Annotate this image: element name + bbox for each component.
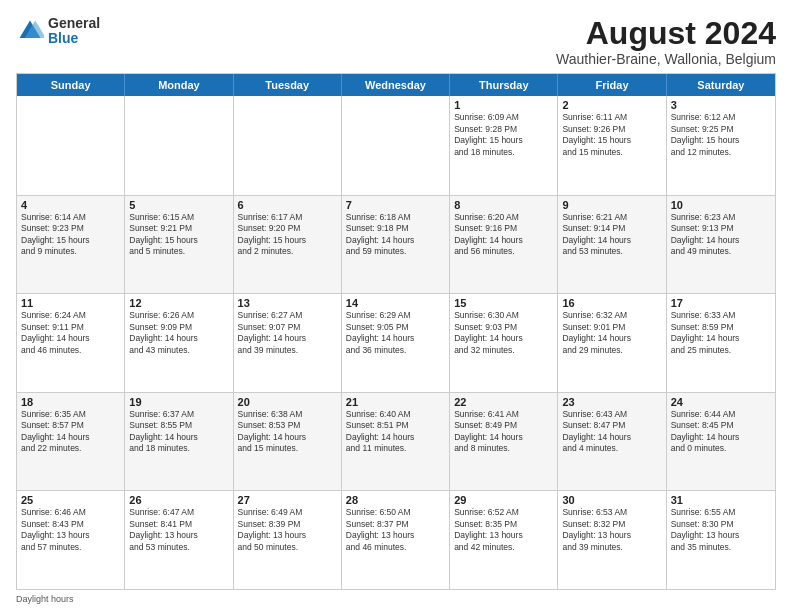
- cal-cell: [234, 96, 342, 195]
- day-info: Sunrise: 6:17 AM Sunset: 9:20 PM Dayligh…: [238, 212, 337, 258]
- cal-cell: 20Sunrise: 6:38 AM Sunset: 8:53 PM Dayli…: [234, 393, 342, 491]
- day-info: Sunrise: 6:26 AM Sunset: 9:09 PM Dayligh…: [129, 310, 228, 356]
- calendar-body: 1Sunrise: 6:09 AM Sunset: 9:28 PM Daylig…: [17, 96, 775, 589]
- day-number: 25: [21, 494, 120, 506]
- title-block: August 2024 Wauthier-Braine, Wallonia, B…: [556, 16, 776, 67]
- cal-cell: 13Sunrise: 6:27 AM Sunset: 9:07 PM Dayli…: [234, 294, 342, 392]
- day-info: Sunrise: 6:47 AM Sunset: 8:41 PM Dayligh…: [129, 507, 228, 553]
- cal-cell: 27Sunrise: 6:49 AM Sunset: 8:39 PM Dayli…: [234, 491, 342, 589]
- logo-text: General Blue: [48, 16, 100, 47]
- day-info: Sunrise: 6:29 AM Sunset: 9:05 PM Dayligh…: [346, 310, 445, 356]
- day-number: 6: [238, 199, 337, 211]
- day-info: Sunrise: 6:38 AM Sunset: 8:53 PM Dayligh…: [238, 409, 337, 455]
- cal-cell: 12Sunrise: 6:26 AM Sunset: 9:09 PM Dayli…: [125, 294, 233, 392]
- header-day-wednesday: Wednesday: [342, 74, 450, 96]
- cal-cell: 22Sunrise: 6:41 AM Sunset: 8:49 PM Dayli…: [450, 393, 558, 491]
- day-info: Sunrise: 6:43 AM Sunset: 8:47 PM Dayligh…: [562, 409, 661, 455]
- cal-cell: 1Sunrise: 6:09 AM Sunset: 9:28 PM Daylig…: [450, 96, 558, 195]
- daylight-note: Daylight hours: [16, 594, 776, 604]
- week-row-2: 4Sunrise: 6:14 AM Sunset: 9:23 PM Daylig…: [17, 195, 775, 294]
- cal-cell: [125, 96, 233, 195]
- day-number: 5: [129, 199, 228, 211]
- day-number: 1: [454, 99, 553, 111]
- day-number: 21: [346, 396, 445, 408]
- day-info: Sunrise: 6:35 AM Sunset: 8:57 PM Dayligh…: [21, 409, 120, 455]
- day-info: Sunrise: 6:40 AM Sunset: 8:51 PM Dayligh…: [346, 409, 445, 455]
- day-number: 9: [562, 199, 661, 211]
- header-day-saturday: Saturday: [667, 74, 775, 96]
- logo-general: General: [48, 16, 100, 31]
- day-info: Sunrise: 6:37 AM Sunset: 8:55 PM Dayligh…: [129, 409, 228, 455]
- day-info: Sunrise: 6:21 AM Sunset: 9:14 PM Dayligh…: [562, 212, 661, 258]
- day-number: 11: [21, 297, 120, 309]
- cal-cell: 14Sunrise: 6:29 AM Sunset: 9:05 PM Dayli…: [342, 294, 450, 392]
- day-number: 27: [238, 494, 337, 506]
- header: General Blue August 2024 Wauthier-Braine…: [16, 16, 776, 67]
- header-day-friday: Friday: [558, 74, 666, 96]
- month-title: August 2024: [556, 16, 776, 51]
- cal-cell: 8Sunrise: 6:20 AM Sunset: 9:16 PM Daylig…: [450, 196, 558, 294]
- day-number: 23: [562, 396, 661, 408]
- day-info: Sunrise: 6:18 AM Sunset: 9:18 PM Dayligh…: [346, 212, 445, 258]
- day-info: Sunrise: 6:50 AM Sunset: 8:37 PM Dayligh…: [346, 507, 445, 553]
- day-info: Sunrise: 6:11 AM Sunset: 9:26 PM Dayligh…: [562, 112, 661, 158]
- day-info: Sunrise: 6:09 AM Sunset: 9:28 PM Dayligh…: [454, 112, 553, 158]
- day-number: 24: [671, 396, 771, 408]
- logo-icon: [16, 17, 44, 45]
- day-number: 31: [671, 494, 771, 506]
- cal-cell: 10Sunrise: 6:23 AM Sunset: 9:13 PM Dayli…: [667, 196, 775, 294]
- day-number: 26: [129, 494, 228, 506]
- cal-cell: 17Sunrise: 6:33 AM Sunset: 8:59 PM Dayli…: [667, 294, 775, 392]
- day-info: Sunrise: 6:32 AM Sunset: 9:01 PM Dayligh…: [562, 310, 661, 356]
- day-number: 13: [238, 297, 337, 309]
- day-info: Sunrise: 6:49 AM Sunset: 8:39 PM Dayligh…: [238, 507, 337, 553]
- cal-cell: 6Sunrise: 6:17 AM Sunset: 9:20 PM Daylig…: [234, 196, 342, 294]
- day-number: 8: [454, 199, 553, 211]
- day-number: 29: [454, 494, 553, 506]
- day-info: Sunrise: 6:30 AM Sunset: 9:03 PM Dayligh…: [454, 310, 553, 356]
- day-info: Sunrise: 6:20 AM Sunset: 9:16 PM Dayligh…: [454, 212, 553, 258]
- day-number: 14: [346, 297, 445, 309]
- day-info: Sunrise: 6:41 AM Sunset: 8:49 PM Dayligh…: [454, 409, 553, 455]
- day-info: Sunrise: 6:55 AM Sunset: 8:30 PM Dayligh…: [671, 507, 771, 553]
- cal-cell: 2Sunrise: 6:11 AM Sunset: 9:26 PM Daylig…: [558, 96, 666, 195]
- calendar-header: SundayMondayTuesdayWednesdayThursdayFrid…: [17, 74, 775, 96]
- header-day-sunday: Sunday: [17, 74, 125, 96]
- day-number: 22: [454, 396, 553, 408]
- day-number: 3: [671, 99, 771, 111]
- cal-cell: 24Sunrise: 6:44 AM Sunset: 8:45 PM Dayli…: [667, 393, 775, 491]
- cal-cell: 7Sunrise: 6:18 AM Sunset: 9:18 PM Daylig…: [342, 196, 450, 294]
- week-row-5: 25Sunrise: 6:46 AM Sunset: 8:43 PM Dayli…: [17, 490, 775, 589]
- day-number: 20: [238, 396, 337, 408]
- header-day-tuesday: Tuesday: [234, 74, 342, 96]
- cal-cell: 21Sunrise: 6:40 AM Sunset: 8:51 PM Dayli…: [342, 393, 450, 491]
- day-info: Sunrise: 6:27 AM Sunset: 9:07 PM Dayligh…: [238, 310, 337, 356]
- cal-cell: 15Sunrise: 6:30 AM Sunset: 9:03 PM Dayli…: [450, 294, 558, 392]
- day-info: Sunrise: 6:15 AM Sunset: 9:21 PM Dayligh…: [129, 212, 228, 258]
- cal-cell: 28Sunrise: 6:50 AM Sunset: 8:37 PM Dayli…: [342, 491, 450, 589]
- header-day-monday: Monday: [125, 74, 233, 96]
- day-number: 18: [21, 396, 120, 408]
- logo: General Blue: [16, 16, 100, 47]
- cal-cell: 4Sunrise: 6:14 AM Sunset: 9:23 PM Daylig…: [17, 196, 125, 294]
- day-number: 16: [562, 297, 661, 309]
- day-info: Sunrise: 6:44 AM Sunset: 8:45 PM Dayligh…: [671, 409, 771, 455]
- cal-cell: 26Sunrise: 6:47 AM Sunset: 8:41 PM Dayli…: [125, 491, 233, 589]
- cal-cell: 3Sunrise: 6:12 AM Sunset: 9:25 PM Daylig…: [667, 96, 775, 195]
- day-number: 12: [129, 297, 228, 309]
- day-number: 17: [671, 297, 771, 309]
- daylight-label: Daylight hours: [16, 594, 74, 604]
- day-number: 2: [562, 99, 661, 111]
- day-number: 30: [562, 494, 661, 506]
- calendar: SundayMondayTuesdayWednesdayThursdayFrid…: [16, 73, 776, 590]
- location-subtitle: Wauthier-Braine, Wallonia, Belgium: [556, 51, 776, 67]
- cal-cell: 23Sunrise: 6:43 AM Sunset: 8:47 PM Dayli…: [558, 393, 666, 491]
- day-info: Sunrise: 6:24 AM Sunset: 9:11 PM Dayligh…: [21, 310, 120, 356]
- week-row-4: 18Sunrise: 6:35 AM Sunset: 8:57 PM Dayli…: [17, 392, 775, 491]
- cal-cell: 5Sunrise: 6:15 AM Sunset: 9:21 PM Daylig…: [125, 196, 233, 294]
- day-info: Sunrise: 6:14 AM Sunset: 9:23 PM Dayligh…: [21, 212, 120, 258]
- cal-cell: 19Sunrise: 6:37 AM Sunset: 8:55 PM Dayli…: [125, 393, 233, 491]
- cal-cell: 25Sunrise: 6:46 AM Sunset: 8:43 PM Dayli…: [17, 491, 125, 589]
- cal-cell: 18Sunrise: 6:35 AM Sunset: 8:57 PM Dayli…: [17, 393, 125, 491]
- cal-cell: 29Sunrise: 6:52 AM Sunset: 8:35 PM Dayli…: [450, 491, 558, 589]
